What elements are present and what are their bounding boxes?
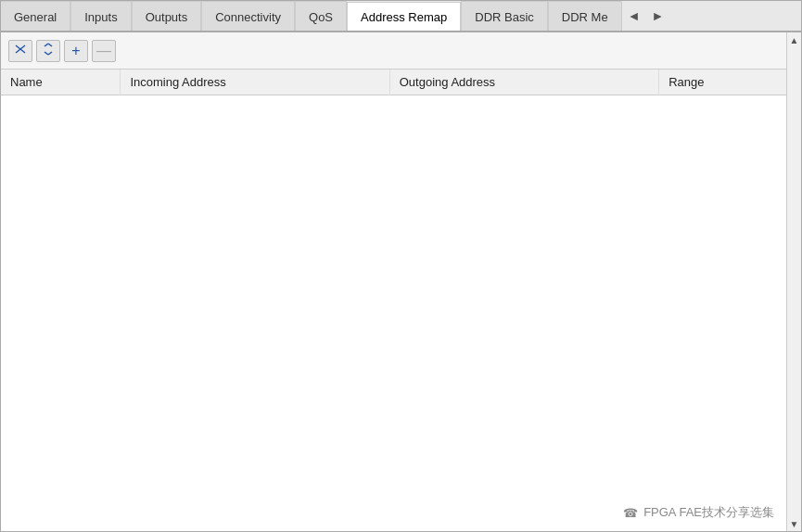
col-header-range: Range (659, 70, 786, 95)
chevron-up-icon: ▲ (790, 35, 799, 45)
add-icon: + (71, 44, 80, 58)
scrollbar-track: ▲ ▼ (786, 32, 801, 531)
tab-ddr-basic[interactable]: DDR Basic (461, 1, 548, 32)
tab-ddr-me[interactable]: DDR Me (548, 1, 622, 32)
collapse-icon (14, 43, 27, 58)
scrollbar-thumb-area[interactable] (787, 47, 801, 516)
sort-button[interactable] (36, 40, 60, 62)
data-table: Name Incoming Address Outgoing Address R… (1, 70, 786, 95)
remove-icon: — (96, 44, 111, 58)
svg-line-4 (45, 44, 48, 46)
tab-qos[interactable]: QoS (295, 1, 347, 32)
remove-button[interactable]: — (92, 40, 116, 62)
svg-line-3 (20, 49, 25, 53)
scrollbar-up-arrow[interactable]: ▲ (787, 32, 802, 47)
col-header-name: Name (1, 70, 121, 95)
tab-general[interactable]: General (1, 1, 70, 32)
col-header-outgoing-address: Outgoing Address (389, 70, 658, 95)
table-header-row: Name Incoming Address Outgoing Address R… (1, 70, 786, 95)
main-container: General Inputs Outputs Connectivity QoS … (0, 0, 802, 532)
sort-icon (42, 43, 55, 58)
tab-bar: General Inputs Outputs Connectivity QoS … (1, 1, 801, 32)
content-area: + — Name Incoming Address (1, 32, 801, 531)
collapse-all-button[interactable] (8, 40, 32, 62)
chevron-down-icon: ▼ (790, 519, 799, 529)
svg-line-0 (16, 45, 20, 49)
tab-inputs[interactable]: Inputs (70, 1, 131, 32)
svg-line-2 (16, 49, 20, 53)
svg-line-5 (48, 44, 52, 46)
svg-line-1 (20, 45, 25, 49)
add-button[interactable]: + (64, 40, 88, 62)
svg-line-7 (48, 52, 52, 55)
scrollbar-down-arrow[interactable]: ▼ (787, 516, 802, 531)
tab-connectivity[interactable]: Connectivity (201, 1, 295, 32)
tab-overflow-left[interactable]: ◄ (622, 1, 646, 31)
col-header-incoming-address: Incoming Address (121, 70, 389, 95)
svg-line-6 (45, 52, 48, 55)
tab-overflow-right[interactable]: ► (646, 1, 670, 31)
toolbar: + — (1, 32, 786, 70)
tab-outputs[interactable]: Outputs (132, 1, 202, 32)
tab-address-remap[interactable]: Address Remap (347, 2, 461, 32)
table-area: Name Incoming Address Outgoing Address R… (1, 70, 786, 531)
panel-area: + — Name Incoming Address (1, 32, 786, 531)
